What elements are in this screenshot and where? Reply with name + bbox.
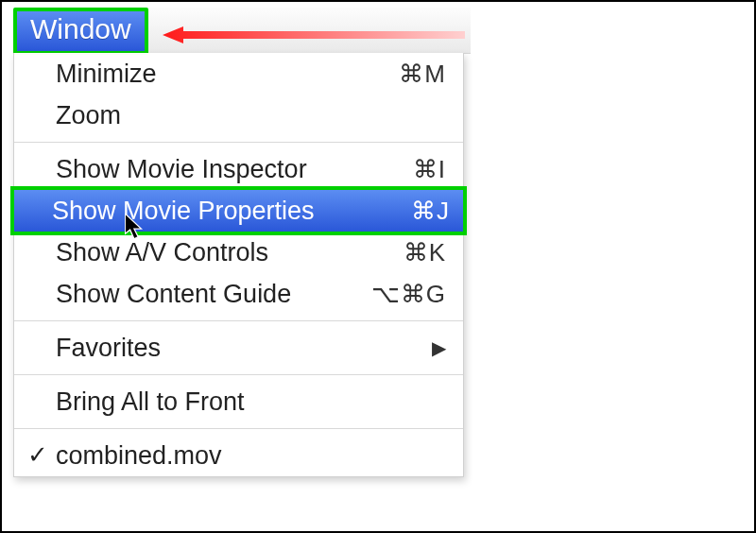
checkmark-icon: ✓: [27, 440, 48, 470]
menu-title-window[interactable]: Window: [13, 8, 148, 55]
menu-item-shortcut: ⌘M: [361, 60, 446, 89]
menu-separator: [14, 428, 463, 429]
menu-separator: [14, 320, 463, 321]
menu-separator: [14, 142, 463, 143]
menu-item-show-av-controls[interactable]: Show A/V Controls ⌘K: [14, 232, 463, 273]
menu-item-label: Bring All to Front: [56, 387, 446, 417]
menu-item-shortcut: ⌘J: [365, 197, 450, 226]
menu-item-label: Zoom: [56, 101, 361, 130]
menu-item-shortcut: ⌥⌘G: [361, 280, 446, 309]
menu-item-label: Show A/V Controls: [56, 238, 361, 267]
menu-item-label: Minimize: [56, 60, 361, 89]
menu-item-label: Show Movie Inspector: [56, 155, 361, 184]
menu-item-label: Show Content Guide: [56, 280, 361, 309]
menu-item-show-content-guide[interactable]: Show Content Guide ⌥⌘G: [14, 273, 463, 315]
window-menu-dropdown: Minimize ⌘M Zoom Show Movie Inspector ⌘I…: [13, 53, 464, 477]
menu-item-bring-all-to-front[interactable]: Bring All to Front: [14, 381, 463, 422]
menu-item-minimize[interactable]: Minimize ⌘M: [14, 53, 463, 95]
menu-item-shortcut: ⌘I: [361, 155, 446, 184]
menu-item-zoom[interactable]: Zoom: [14, 95, 463, 136]
menu-item-label: Favorites: [56, 334, 422, 363]
screenshot-canvas: Window Minimize ⌘M Zoom Show Movie Inspe…: [0, 0, 756, 533]
menu-item-shortcut: ⌘K: [361, 238, 446, 267]
menu-item-label: Show Movie Properties: [52, 197, 365, 226]
menu-item-label: combined.mov: [56, 441, 446, 471]
menu-item-window-combined-mov[interactable]: ✓ combined.mov: [14, 435, 463, 476]
menu-item-favorites[interactable]: Favorites ▶: [14, 327, 463, 369]
menu-separator: [14, 374, 463, 375]
submenu-arrow-icon: ▶: [432, 336, 446, 359]
menu-item-show-movie-inspector[interactable]: Show Movie Inspector ⌘I: [14, 148, 463, 190]
menu-item-show-movie-properties[interactable]: Show Movie Properties ⌘J: [10, 186, 467, 235]
